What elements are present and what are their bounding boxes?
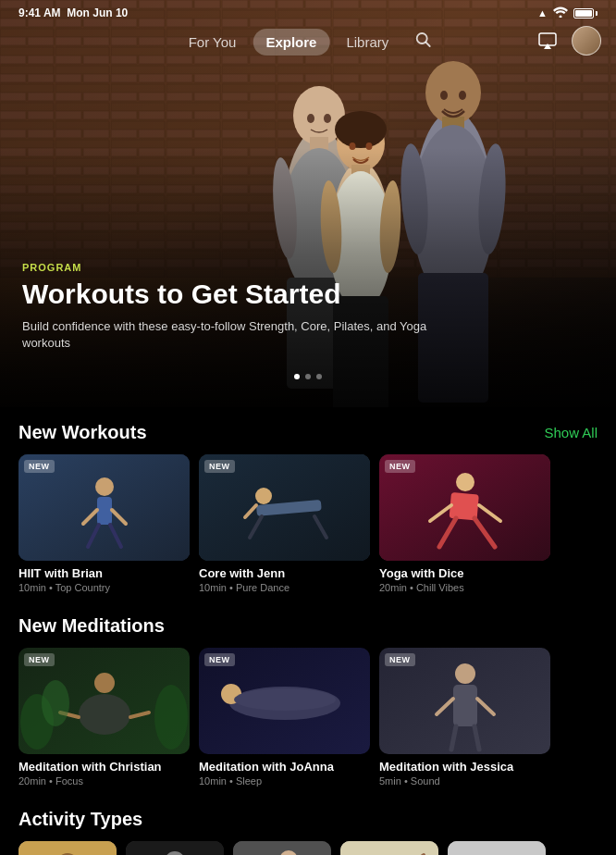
status-indicators: ▲ xyxy=(537,6,598,20)
meditation-card-joanna[interactable]: NEW Meditation with JoAnna 10min • Sleep xyxy=(199,648,370,787)
svg-point-67 xyxy=(154,685,188,750)
nav-bar: For You Explore Library xyxy=(176,26,441,57)
yoga-new-badge: NEW xyxy=(385,460,415,473)
svg-rect-80 xyxy=(18,841,117,855)
svg-point-72 xyxy=(234,688,336,711)
svg-point-35 xyxy=(459,91,466,100)
new-meditations-section: New Meditations xyxy=(0,601,616,794)
airplay-button[interactable] xyxy=(533,26,562,56)
svg-rect-42 xyxy=(97,497,112,525)
workout-card-yoga[interactable]: NEW Yoga with Dice 20min • Chill Vibes xyxy=(379,454,550,593)
nav-for-you[interactable]: For You xyxy=(176,29,250,56)
svg-point-0 xyxy=(560,15,562,18)
jessica-meta: 5min • Sound xyxy=(379,775,550,787)
svg-point-63 xyxy=(79,694,130,735)
svg-point-62 xyxy=(94,673,115,693)
new-meditations-title: New Meditations xyxy=(18,615,165,637)
dot-1[interactable] xyxy=(294,374,300,379)
core-title: Core with Jenn xyxy=(199,566,370,580)
nav-library[interactable]: Library xyxy=(333,29,401,56)
workout-card-hiit[interactable]: NEW HIIT with Brian 10min • Top Country xyxy=(18,454,190,593)
svg-point-41 xyxy=(95,477,114,496)
program-label: PROGRAM xyxy=(22,262,431,273)
dot-2[interactable] xyxy=(305,374,311,379)
core-new-badge: NEW xyxy=(204,460,235,473)
new-workouts-section: New Workouts Show All xyxy=(0,407,616,601)
hero-content: PROGRAM Workouts to Get Started Build co… xyxy=(22,262,431,352)
content-area: New Workouts Show All xyxy=(0,407,616,855)
joanna-new-badge: NEW xyxy=(204,653,235,666)
jessica-thumbnail: NEW xyxy=(379,648,550,754)
svg-point-49 xyxy=(255,488,272,504)
meditations-cards-row: NEW Meditation with Christian 20min • Fo… xyxy=(0,648,616,787)
activity-card-4[interactable] xyxy=(340,841,438,855)
core-meta: 10min • Pure Dance xyxy=(199,582,370,593)
joanna-meta: 10min • Sleep xyxy=(199,775,370,787)
wifi-icon: ▲ xyxy=(537,7,548,19)
workout-card-core[interactable]: NEW Core with Jenn 10min • Pure Dance xyxy=(199,454,370,593)
hiit-meta: 10min • Top Country xyxy=(18,582,190,593)
svg-point-55 xyxy=(456,473,474,491)
status-time: 9:41 AM Mon Jun 10 xyxy=(18,6,128,19)
wifi-bars xyxy=(553,6,568,20)
svg-rect-75 xyxy=(453,685,477,726)
svg-point-28 xyxy=(425,61,481,124)
yoga-title: Yoga with Dice xyxy=(379,566,550,580)
svg-point-74 xyxy=(455,663,475,684)
svg-line-37 xyxy=(425,43,429,46)
activity-types-header: Activity Types xyxy=(0,809,616,830)
dot-3[interactable] xyxy=(316,374,322,379)
joanna-title: Meditation with JoAnna xyxy=(199,760,370,774)
hero-dots xyxy=(294,374,322,379)
svg-point-19 xyxy=(335,111,387,148)
activity-card-1[interactable] xyxy=(18,841,117,855)
meditation-card-christian[interactable]: NEW Meditation with Christian 20min • Fo… xyxy=(18,648,190,787)
christian-new-badge: NEW xyxy=(24,653,55,666)
new-workouts-header: New Workouts Show All xyxy=(0,422,616,443)
meditation-card-jessica[interactable]: NEW Meditation with Jessica 5min • Sound xyxy=(379,648,550,787)
svg-point-34 xyxy=(440,91,448,100)
status-bar: 9:41 AM Mon Jun 10 ▲ xyxy=(0,0,616,26)
activity-card-3[interactable] xyxy=(233,841,331,855)
new-workouts-title: New Workouts xyxy=(18,422,147,443)
core-thumbnail: NEW xyxy=(199,454,370,561)
christian-meta: 20min • Focus xyxy=(18,775,190,787)
nav-explore[interactable]: Explore xyxy=(253,29,329,56)
activity-types-title: Activity Types xyxy=(18,809,142,830)
yoga-meta: 20min • Chill Vibes xyxy=(379,582,550,593)
jessica-title: Meditation with Jessica xyxy=(379,760,550,774)
search-icon[interactable] xyxy=(405,26,440,57)
show-all-workouts[interactable]: Show All xyxy=(544,425,598,440)
joanna-thumbnail: NEW xyxy=(199,648,370,754)
jessica-new-badge: NEW xyxy=(385,653,415,666)
activity-types-section: Activity Types xyxy=(0,794,616,855)
activity-card-2[interactable] xyxy=(126,841,224,855)
hiit-title: HIIT with Brian xyxy=(18,566,190,580)
svg-point-15 xyxy=(307,114,314,123)
hero-description: Build confidence with these easy-to-foll… xyxy=(22,318,431,352)
svg-point-16 xyxy=(324,114,331,123)
svg-rect-94 xyxy=(233,841,331,855)
hero-section: PROGRAM Workouts to Get Started Build co… xyxy=(0,0,616,407)
new-meditations-header: New Meditations xyxy=(0,615,616,637)
svg-rect-108 xyxy=(448,841,546,855)
battery-indicator xyxy=(573,8,598,19)
svg-point-68 xyxy=(42,680,69,726)
workouts-cards-row: NEW HIIT with Brian 10min • Top Country xyxy=(0,454,616,593)
christian-title: Meditation with Christian xyxy=(18,760,190,774)
user-avatar[interactable] xyxy=(572,26,601,56)
hiit-new-badge: NEW xyxy=(24,460,55,473)
activity-types-row xyxy=(0,841,616,855)
hiit-thumbnail: NEW xyxy=(18,454,190,561)
svg-rect-101 xyxy=(340,841,438,855)
top-right-controls xyxy=(533,26,601,56)
activity-card-5[interactable] xyxy=(448,841,546,855)
yoga-thumbnail: NEW xyxy=(379,454,550,561)
hero-title: Workouts to Get Started xyxy=(22,279,431,309)
christian-thumbnail: NEW xyxy=(18,648,190,754)
